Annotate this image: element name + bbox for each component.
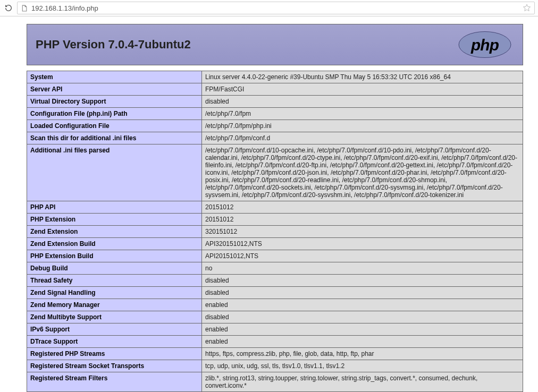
row-label: Thread Safety [27,275,202,287]
row-value: enabled [202,323,523,336]
row-label: Zend Signal Handling [27,287,202,299]
row-label: Server API [27,83,202,96]
table-row: Registered PHP Streamshttps, ftps, compr… [27,348,523,360]
svg-text:php: php [470,36,499,54]
table-row: Server APIFPM/FastCGI [27,83,523,96]
table-row: Zend Signal Handlingdisabled [27,287,523,299]
php-header: PHP Version 7.0.4-7ubuntu2 php [27,24,523,65]
row-value: API20151012,NTS [202,250,523,262]
table-row: PHP Extension20151012 [27,214,523,226]
table-row: Virtual Directory Supportdisabled [27,96,523,108]
row-label: Zend Extension Build [27,238,202,250]
table-row: DTrace Supportenabled [27,336,523,348]
row-value: disabled [202,96,523,108]
star-icon [523,4,531,12]
page-icon [21,4,28,12]
table-row: Zend Memory Managerenabled [27,299,523,311]
row-label: PHP Extension [27,214,202,226]
row-label: Loaded Configuration File [27,120,202,132]
row-value: Linux server 4.4.0-22-generic #39-Ubuntu… [202,71,523,83]
table-row: Zend Multibyte Supportdisabled [27,311,523,323]
table-row: Thread Safetydisabled [27,275,523,287]
row-label: Zend Memory Manager [27,299,202,311]
table-row: Zend Extension320151012 [27,226,523,238]
row-value: enabled [202,336,523,348]
table-row: Scan this dir for additional .ini files/… [27,132,523,144]
row-value: disabled [202,275,523,287]
row-label: Debug Build [27,262,202,275]
row-value: disabled [202,287,523,299]
table-row: PHP Extension BuildAPI20151012,NTS [27,250,523,262]
row-label: Virtual Directory Support [27,96,202,108]
table-row: PHP API20151012 [27,201,523,214]
table-row: Loaded Configuration File/etc/php/7.0/fp… [27,120,523,132]
reload-button[interactable] [3,3,14,13]
row-value: 20151012 [202,214,523,226]
row-label: Zend Multibyte Support [27,311,202,323]
row-label: PHP Extension Build [27,250,202,262]
address-bar[interactable]: 192.168.1.13/info.php [17,2,535,14]
phpinfo-table: SystemLinux server 4.4.0-22-generic #39-… [27,71,523,392]
row-label: Zend Extension [27,226,202,238]
row-value: https, ftps, compress.zlib, php, file, g… [202,348,523,360]
row-value: /etc/php/7.0/fpm [202,108,523,120]
row-value: /etc/php/7.0/fpm/conf.d/10-opcache.ini, … [202,144,523,201]
row-label: Configuration File (php.ini) Path [27,108,202,120]
row-value: disabled [202,311,523,323]
row-label: IPv6 Support [27,323,202,336]
table-row: Zend Extension BuildAPI320151012,NTS [27,238,523,250]
row-label: Registered PHP Streams [27,348,202,360]
row-label: Registered Stream Filters [27,372,202,392]
url-text: 192.168.1.13/info.php [31,4,519,12]
row-value: 320151012 [202,226,523,238]
page-content: PHP Version 7.0.4-7ubuntu2 php SystemLin… [0,16,538,392]
page-title: PHP Version 7.0.4-7ubuntu2 [36,38,191,52]
row-label: System [27,71,202,83]
table-row: Registered Stream Filterszlib.*, string.… [27,372,523,392]
row-value: no [202,262,523,275]
bookmark-button[interactable] [523,4,531,12]
table-row: Registered Stream Socket Transportstcp, … [27,360,523,372]
table-row: Additional .ini files parsed/etc/php/7.0… [27,144,523,201]
row-label: Scan this dir for additional .ini files [27,132,202,144]
reload-icon [4,4,13,12]
row-label: Additional .ini files parsed [27,144,202,201]
table-row: Debug Buildno [27,262,523,275]
row-value: zlib.*, string.rot13, string.toupper, st… [202,372,523,392]
table-row: Configuration File (php.ini) Path/etc/ph… [27,108,523,120]
row-value: 20151012 [202,201,523,214]
row-value: /etc/php/7.0/fpm/php.ini [202,120,523,132]
row-value: tcp, udp, unix, udg, ssl, tls, tlsv1.0, … [202,360,523,372]
row-value: /etc/php/7.0/fpm/conf.d [202,132,523,144]
row-value: API320151012,NTS [202,238,523,250]
row-label: PHP API [27,201,202,214]
row-value: FPM/FastCGI [202,83,523,96]
php-logo: php [456,30,514,59]
browser-toolbar: 192.168.1.13/info.php [0,0,538,16]
table-row: SystemLinux server 4.4.0-22-generic #39-… [27,71,523,83]
table-row: IPv6 Supportenabled [27,323,523,336]
row-label: DTrace Support [27,336,202,348]
row-value: enabled [202,299,523,311]
row-label: Registered Stream Socket Transports [27,360,202,372]
